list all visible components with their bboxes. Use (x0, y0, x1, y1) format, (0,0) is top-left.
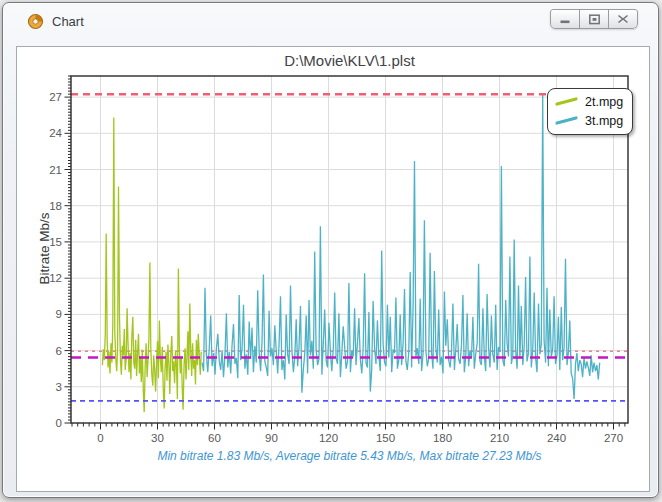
svg-text:12: 12 (49, 272, 62, 284)
chart-panel[interactable]: D:\Movie\KLV\1.plst Bitrate Mb/s 0306090… (16, 46, 650, 492)
close-icon (617, 14, 629, 24)
legend-item-2t: 2t.mpg (554, 92, 623, 111)
close-button[interactable] (608, 9, 638, 29)
series-3t-line-sample (554, 114, 580, 127)
minimize-button[interactable] (550, 9, 580, 29)
svg-text:9: 9 (56, 308, 62, 320)
svg-text:0: 0 (56, 417, 62, 429)
svg-text:21: 21 (49, 164, 62, 176)
svg-text:24: 24 (49, 127, 62, 139)
svg-text:150: 150 (376, 432, 395, 444)
svg-text:0: 0 (97, 432, 103, 444)
legend-label-3t: 3t.mpg (585, 114, 623, 128)
legend-label-2t: 2t.mpg (585, 95, 623, 109)
svg-text:18: 18 (49, 200, 62, 212)
minimize-icon (559, 14, 571, 24)
legend: 2t.mpg 3t.mpg (547, 88, 633, 135)
svg-text:240: 240 (547, 432, 566, 444)
svg-text:90: 90 (265, 432, 278, 444)
svg-text:30: 30 (151, 432, 164, 444)
svg-text:15: 15 (49, 236, 62, 248)
svg-text:3: 3 (56, 381, 62, 393)
svg-text:27: 27 (49, 91, 62, 103)
restore-icon (588, 14, 601, 25)
bitrate-stats-text: Min bitrate 1.83 Mb/s, Average bitrate 5… (71, 449, 628, 463)
svg-text:120: 120 (319, 432, 338, 444)
svg-text:180: 180 (433, 432, 452, 444)
window-title: Chart (52, 13, 84, 30)
window-chart: Chart D:\Movie\KLV\1.plst Bitrate Mb/s 0… (2, 2, 659, 498)
app-icon (27, 13, 44, 30)
svg-text:6: 6 (56, 345, 62, 357)
svg-text:210: 210 (490, 432, 509, 444)
caption-buttons (550, 9, 638, 29)
series-2t-line-sample (554, 95, 580, 108)
svg-text:60: 60 (208, 432, 221, 444)
restore-button[interactable] (579, 9, 609, 29)
legend-item-3t: 3t.mpg (554, 111, 623, 130)
svg-text:270: 270 (604, 432, 623, 444)
